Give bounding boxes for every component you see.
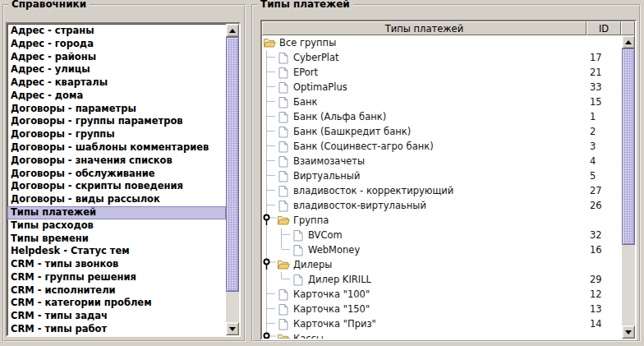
tree-gutter bbox=[277, 242, 292, 257]
tree-gutter bbox=[262, 124, 277, 139]
list-item[interactable]: Типы времени bbox=[7, 233, 226, 246]
list-item[interactable]: CRM - категории проблем bbox=[7, 297, 226, 310]
list-item[interactable]: Типы платежей bbox=[7, 206, 226, 219]
list-item[interactable]: Договоры - обслуживание bbox=[7, 168, 226, 181]
tree-row[interactable]: Карточка "100"12 bbox=[262, 287, 622, 302]
list-item[interactable]: Договоры - значения списков bbox=[7, 155, 226, 168]
folder-open-icon bbox=[277, 332, 290, 339]
tree-gutter bbox=[262, 287, 277, 302]
tree-node-label: EPort bbox=[293, 67, 318, 78]
list-item[interactable]: Договоры - шаблоны комментариев bbox=[7, 141, 226, 155]
grid-header: Типы платежей ID bbox=[262, 21, 635, 35]
scroll-down-button[interactable] bbox=[622, 325, 635, 339]
list-item[interactable]: Адрес - страны bbox=[7, 25, 226, 38]
list-item[interactable]: CRM - типы задач bbox=[7, 310, 226, 323]
tree-row[interactable]: владивосток-виртулаьный26 bbox=[262, 198, 622, 213]
document-icon bbox=[277, 317, 290, 330]
payment-types-grid[interactable]: Типы платежей ID Все группыCyberPlat17EP… bbox=[260, 20, 637, 340]
list-item[interactable]: Договоры - параметры bbox=[7, 103, 226, 116]
list-item[interactable]: Адрес - улицы bbox=[7, 63, 226, 76]
document-icon bbox=[277, 199, 290, 212]
list-item[interactable]: Типы расходов bbox=[7, 219, 226, 233]
document-icon bbox=[277, 169, 290, 182]
tree-node-label: Дилер KIRILL bbox=[308, 274, 371, 285]
list-item[interactable]: CRM - группы решения bbox=[7, 271, 226, 284]
references-listbox[interactable]: Адрес - страныАдрес - городаАдрес - райо… bbox=[6, 22, 241, 337]
tree-node-label: Карточка "100" bbox=[293, 288, 370, 300]
expander-pin-icon[interactable] bbox=[262, 331, 277, 339]
list-item[interactable]: Адрес - дома bbox=[7, 90, 226, 103]
document-icon bbox=[277, 66, 290, 79]
list-item[interactable]: Договоры - виды рассылок bbox=[7, 193, 226, 206]
tree-row[interactable]: Карточка "150"13 bbox=[262, 302, 622, 316]
document-icon bbox=[277, 95, 290, 108]
tree-row[interactable]: Банк (Социнвест-агро банк)3 bbox=[262, 139, 622, 154]
folder-open-icon bbox=[277, 214, 290, 227]
list-item[interactable]: CRM - типы звонков bbox=[7, 258, 226, 271]
tree-node-label: Дилеры bbox=[293, 259, 332, 270]
document-icon bbox=[292, 273, 305, 286]
list-item[interactable]: Helpdesk - Статус тем bbox=[7, 245, 226, 258]
list-item[interactable]: CRM - исполнители bbox=[7, 284, 226, 298]
list-item[interactable]: Адрес - города bbox=[7, 38, 226, 51]
tree-row[interactable]: CyberPlat17 bbox=[262, 50, 622, 65]
list-item[interactable]: Договоры - скрипты поведения bbox=[7, 180, 226, 193]
tree-gutter bbox=[262, 154, 277, 168]
scroll-thumb[interactable] bbox=[226, 37, 239, 292]
tree-node-label: Банк (Социнвест-агро банк) bbox=[293, 141, 434, 152]
tree-row[interactable]: Группа bbox=[262, 213, 622, 228]
scroll-up-button[interactable] bbox=[226, 24, 239, 37]
tree-node-id: 32 bbox=[586, 229, 622, 241]
tree-row[interactable]: BVCom32 bbox=[262, 228, 622, 242]
tree-row[interactable]: Банк (Башкредит банк)2 bbox=[262, 124, 622, 139]
list-item[interactable]: Адрес - районы bbox=[7, 51, 226, 64]
tree-node-id: 2 bbox=[586, 126, 622, 137]
tree-gutter bbox=[262, 257, 277, 272]
tree-node-id: 1 bbox=[586, 111, 622, 122]
references-groupbox: Справочники Адрес - страныАдрес - города… bbox=[2, 4, 246, 342]
tree-gutter bbox=[262, 139, 277, 154]
list-item[interactable]: Договоры - группы bbox=[7, 128, 226, 141]
tree-row[interactable]: Виртуальный5 bbox=[262, 168, 622, 183]
tree-gutter bbox=[262, 213, 277, 228]
expander-pin-icon[interactable] bbox=[262, 213, 277, 228]
document-icon bbox=[277, 302, 290, 316]
tree-row[interactable]: Все группы bbox=[262, 35, 622, 50]
listbox-scrollbar[interactable] bbox=[226, 24, 239, 335]
tree-node-id: 27 bbox=[586, 185, 622, 196]
tree-row[interactable]: Дилеры bbox=[262, 257, 622, 272]
tree-row[interactable]: OptimaPlus33 bbox=[262, 80, 622, 95]
folder-open-icon bbox=[263, 36, 276, 49]
tree-row[interactable]: Банк (Альфа банк)1 bbox=[262, 109, 622, 124]
expander-pin-icon[interactable] bbox=[262, 257, 277, 272]
tree-row[interactable]: владивосток - корректирующий27 bbox=[262, 183, 622, 198]
tree-node-label: Карточка "150" bbox=[293, 303, 370, 315]
scroll-thumb[interactable] bbox=[622, 48, 635, 245]
list-item[interactable]: Договоры - группы параметров bbox=[7, 115, 226, 128]
tree-row[interactable]: WebMoney16 bbox=[262, 242, 622, 257]
tree-row[interactable]: Взаимозачеты4 bbox=[262, 154, 622, 168]
document-icon bbox=[277, 51, 290, 64]
tree-node-label: Все группы bbox=[279, 37, 336, 48]
arrow-down-icon bbox=[229, 327, 236, 331]
tree-row[interactable]: Карточка "Приз"14 bbox=[262, 316, 622, 331]
tree-row[interactable]: Дилер KIRILL29 bbox=[262, 272, 622, 287]
tree-node-id: 4 bbox=[586, 155, 622, 167]
tree-node-label: Банк bbox=[293, 96, 317, 108]
tree-scrollbar[interactable] bbox=[622, 35, 635, 339]
tree-gutter bbox=[262, 95, 277, 109]
list-item[interactable]: Адрес - кварталы bbox=[7, 76, 226, 90]
tree-node-id: 3 bbox=[586, 141, 622, 152]
tree-node-id: 12 bbox=[586, 288, 622, 300]
scroll-down-button[interactable] bbox=[226, 322, 239, 335]
column-header-name[interactable]: Типы платежей bbox=[262, 21, 586, 35]
tree-row[interactable]: Кассы bbox=[262, 331, 622, 339]
tree-node-label: Банк (Альфа банк) bbox=[293, 111, 386, 122]
column-header-id[interactable]: ID bbox=[586, 21, 621, 35]
list-item[interactable]: CRM - типы работ bbox=[7, 323, 226, 335]
tree-row[interactable]: EPort21 bbox=[262, 65, 622, 80]
tree-row[interactable]: Банк15 bbox=[262, 95, 622, 109]
tree-node-id: 15 bbox=[586, 96, 622, 108]
scroll-up-button[interactable] bbox=[622, 35, 635, 48]
tree-gutter bbox=[262, 50, 277, 65]
